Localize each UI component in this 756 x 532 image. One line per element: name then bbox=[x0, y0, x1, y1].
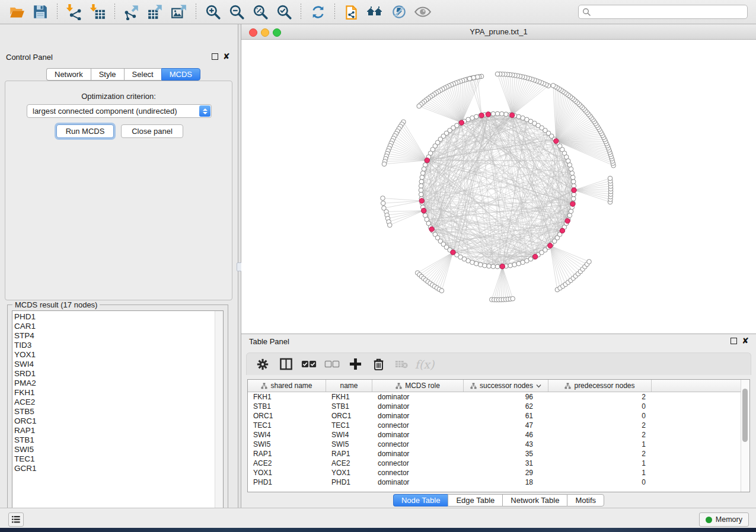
table-cell: 2 bbox=[548, 421, 652, 430]
birds-eye-view-icon[interactable] bbox=[414, 3, 432, 21]
table-row[interactable]: SWI5SWI5connector431 bbox=[248, 440, 749, 449]
table-panel-title: Table Panel bbox=[249, 337, 289, 346]
export-image-icon[interactable] bbox=[170, 3, 188, 21]
column-header-successor-nodes[interactable]: successor nodes bbox=[464, 380, 548, 392]
mcds-result-item[interactable]: GCR1 bbox=[12, 464, 223, 473]
network-view-window: YPA_prune.txt_1 bbox=[241, 24, 756, 334]
show-column-panel-icon[interactable] bbox=[278, 357, 294, 372]
zoom-in-icon[interactable] bbox=[204, 3, 222, 21]
export-network-icon[interactable] bbox=[123, 3, 141, 21]
network-window-title: YPA_prune.txt_1 bbox=[241, 27, 756, 36]
import-network-icon[interactable] bbox=[65, 3, 83, 21]
sort-desc-icon bbox=[536, 384, 541, 388]
application-window: Control Panel ✘ Network Style Select MCD… bbox=[0, 0, 756, 532]
table-scrollbar-thumb[interactable] bbox=[742, 389, 748, 442]
memory-button[interactable]: Memory bbox=[699, 512, 749, 527]
table-cell: STB1 bbox=[326, 402, 372, 411]
table-row[interactable]: FKH1FKH1dominator962 bbox=[248, 392, 749, 402]
table-cell: 18 bbox=[464, 478, 548, 486]
tab-network[interactable]: Network bbox=[46, 68, 91, 81]
table-scrollbar[interactable] bbox=[741, 380, 749, 492]
table-cell: dominator bbox=[372, 393, 464, 401]
mcds-result-item[interactable]: STB5 bbox=[12, 407, 223, 416]
table-cell: ACE2 bbox=[248, 459, 326, 467]
table-row[interactable]: ACE2ACE2connector311 bbox=[248, 459, 749, 468]
network-graph[interactable] bbox=[241, 40, 756, 334]
save-session-icon[interactable] bbox=[31, 3, 49, 21]
column-header-predecessor-nodes[interactable]: predecessor nodes bbox=[548, 380, 652, 392]
search-icon bbox=[582, 8, 591, 16]
mcds-result-item[interactable]: YOX1 bbox=[12, 350, 223, 360]
task-history-button[interactable] bbox=[8, 512, 24, 527]
search-input[interactable] bbox=[578, 5, 748, 19]
table-row[interactable]: YOX1YOX1connector291 bbox=[248, 468, 749, 477]
mcds-result-item[interactable]: PMA2 bbox=[12, 379, 223, 388]
zoom-selected-icon[interactable] bbox=[275, 3, 293, 21]
mcds-result-item[interactable]: ACE2 bbox=[12, 398, 223, 407]
toggle-graphics-details-icon[interactable] bbox=[390, 3, 408, 21]
table-cell: 31 bbox=[464, 459, 548, 467]
mcds-result-item[interactable]: TEC1 bbox=[12, 454, 223, 464]
mcds-result-item[interactable]: SRD1 bbox=[12, 369, 223, 379]
table-cell: dominator bbox=[372, 402, 464, 411]
apply-layout-icon[interactable] bbox=[309, 3, 327, 21]
export-table-icon[interactable] bbox=[146, 3, 164, 21]
optimization-criterion-select[interactable]: largest connected component (undirected) bbox=[27, 104, 212, 118]
mcds-result-list: PHD1CAR1STP4TID3YOX1SWI4SRD1PMA2FKH1ACE2… bbox=[12, 311, 223, 473]
table-cell: FKH1 bbox=[326, 393, 372, 401]
table-cell: dominator bbox=[372, 450, 464, 458]
table-row[interactable]: TEC1TEC1connector472 bbox=[248, 421, 749, 430]
close-panel-icon[interactable]: ✘ bbox=[223, 53, 230, 60]
tab-mcds[interactable]: MCDS bbox=[161, 68, 200, 81]
select-all-columns-icon[interactable] bbox=[301, 357, 317, 372]
run-mcds-button[interactable]: Run MCDS bbox=[56, 124, 114, 138]
tab-edge-table[interactable]: Edge Table bbox=[448, 494, 502, 507]
mcds-result-item[interactable]: SWI5 bbox=[12, 445, 223, 454]
table-row[interactable]: RAP1RAP1dominator352 bbox=[248, 449, 749, 459]
tab-node-table[interactable]: Node Table bbox=[393, 494, 448, 507]
table-cell: 0 bbox=[548, 412, 652, 420]
add-column-icon[interactable] bbox=[347, 357, 363, 372]
mcds-result-item[interactable]: TID3 bbox=[12, 341, 223, 350]
close-panel-icon[interactable]: ✘ bbox=[742, 338, 749, 344]
table-panel: Table Panel ✘ bbox=[241, 334, 756, 508]
mcds-result-item[interactable]: STP4 bbox=[12, 331, 223, 341]
table-cell: ACE2 bbox=[326, 459, 372, 467]
tab-select[interactable]: Select bbox=[124, 68, 161, 81]
zoom-fit-icon[interactable] bbox=[251, 3, 269, 21]
mcds-result-item[interactable]: FKH1 bbox=[12, 388, 223, 398]
mcds-result-item[interactable]: PHD1 bbox=[12, 312, 223, 322]
mcds-result-item[interactable]: ORC1 bbox=[12, 416, 223, 426]
table-row[interactable]: STB1STB1dominator620 bbox=[248, 402, 749, 411]
float-panel-icon[interactable] bbox=[731, 338, 737, 344]
table-row[interactable]: SWI4SWI4dominator462 bbox=[248, 430, 749, 440]
column-header-shared-name[interactable]: shared name bbox=[248, 380, 326, 392]
mcds-result-item[interactable]: RAP1 bbox=[12, 426, 223, 435]
network-overview-icon[interactable] bbox=[366, 3, 384, 21]
node-table: shared name name MCDS role successor nod… bbox=[247, 379, 750, 492]
tab-network-table[interactable]: Network Table bbox=[502, 494, 567, 507]
tab-motifs[interactable]: Motifs bbox=[567, 494, 604, 507]
deselect-all-columns-icon[interactable] bbox=[324, 357, 340, 372]
mcds-list-scrollbar[interactable] bbox=[215, 311, 223, 515]
control-panel: Control Panel ✘ Network Style Select MCD… bbox=[0, 24, 238, 508]
open-file-icon[interactable] bbox=[8, 3, 25, 21]
mcds-result-item[interactable]: CAR1 bbox=[12, 322, 223, 331]
hierarchy-icon bbox=[261, 383, 267, 389]
column-header-name[interactable]: name bbox=[326, 380, 372, 392]
import-table-icon[interactable] bbox=[89, 3, 107, 21]
mcds-result-item[interactable]: STB1 bbox=[12, 435, 223, 445]
share-document-icon[interactable] bbox=[343, 3, 361, 21]
mcds-result-item[interactable]: SWI4 bbox=[12, 360, 223, 369]
search-field-wrap bbox=[578, 5, 748, 19]
zoom-out-icon[interactable] bbox=[228, 3, 245, 21]
table-row[interactable]: PHD1PHD1dominator180 bbox=[248, 477, 749, 487]
close-panel-button[interactable]: Close panel bbox=[121, 124, 183, 138]
float-panel-icon[interactable] bbox=[212, 53, 218, 60]
table-row[interactable]: ORC1ORC1dominator610 bbox=[248, 411, 749, 421]
column-header-mcds-role[interactable]: MCDS role bbox=[372, 380, 464, 392]
tab-style[interactable]: Style bbox=[91, 68, 124, 81]
table-settings-gear-icon[interactable] bbox=[255, 357, 270, 372]
delete-column-trash-icon[interactable] bbox=[371, 357, 386, 372]
table-cell: 0 bbox=[548, 478, 652, 486]
